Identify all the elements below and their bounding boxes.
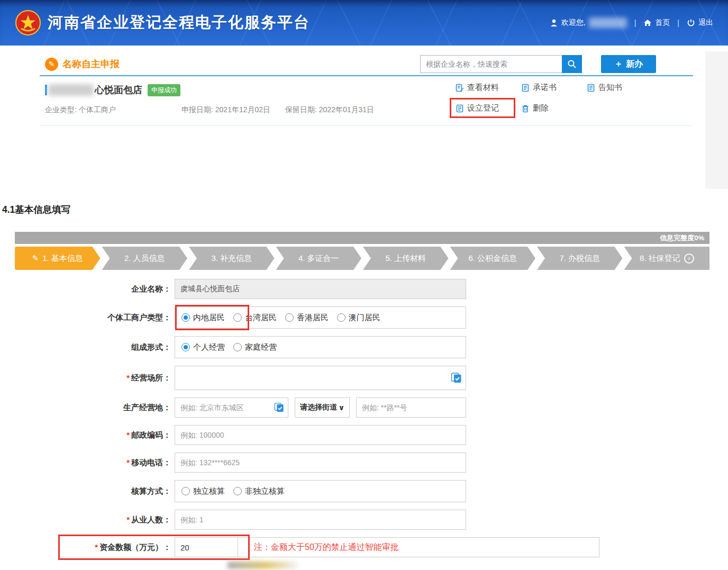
company-name-field	[175, 279, 466, 299]
required-asterisk: *	[126, 430, 130, 439]
username-redacted	[589, 17, 627, 28]
production-address-input[interactable]	[356, 397, 466, 418]
address-picker-icon[interactable]	[451, 373, 462, 384]
label-text: 组成形式：	[131, 342, 171, 351]
step-tab-basic-info[interactable]: ✎ 1. 基本信息	[15, 247, 101, 270]
radio-unselected-icon[interactable]	[233, 487, 242, 495]
radio-selected-icon[interactable]	[181, 343, 190, 351]
address-picker-icon[interactable]	[274, 403, 284, 413]
new-application-button[interactable]: ＋ 新办	[601, 55, 656, 73]
employees-label: *从业人数：	[0, 515, 175, 525]
radio-label: 台湾居民	[245, 313, 277, 323]
step-label: 6. 公积金信息	[468, 254, 517, 264]
label-text: 资金数额（万元）：	[99, 542, 171, 551]
delete-link[interactable]: 删除	[521, 103, 587, 113]
meta-label: 保留日期:	[285, 105, 319, 114]
radio-non-independent-accounting[interactable]: 非独立核算	[233, 486, 285, 496]
radio-hongkong-resident[interactable]: 香港居民	[285, 313, 329, 323]
street-select-value: 请选择街道	[300, 403, 337, 412]
search-icon	[567, 59, 577, 69]
document-icon	[587, 84, 595, 92]
new-button-label: 新办	[626, 59, 643, 70]
label-text: 生产经营地：	[123, 403, 171, 412]
welcome-area: 欢迎您,	[550, 17, 627, 28]
form-row-household-type: 个体工商户类型： 内地居民 台湾居民 香港居民 澳门居民	[0, 306, 728, 329]
form-row-capital: *资金数额（万元）： 注：金额大于50万的禁止通过智能审批	[0, 537, 728, 557]
label-text: 邮政编码：	[131, 430, 171, 439]
radio-unselected-icon[interactable]	[285, 313, 294, 322]
logout-link-label: 退出	[698, 18, 713, 28]
capital-note: 注：金额大于50万的禁止通过智能审批	[254, 542, 399, 553]
step-tab-multi-certificate[interactable]: 4. 多证合一	[276, 247, 362, 270]
household-type-label: 个体工商户类型：	[0, 313, 175, 323]
step-tab-housing-fund[interactable]: 6. 公积金信息	[450, 247, 536, 270]
meta-value: 2021年12月02日	[215, 105, 270, 114]
logout-link[interactable]: 退出	[687, 18, 713, 28]
meta-label: 申报日期:	[181, 105, 215, 114]
nav-divider: |	[634, 19, 636, 27]
step-label: 2. 人员信息	[124, 254, 165, 264]
radio-unselected-icon[interactable]	[181, 487, 190, 495]
label-text: 核算方式：	[131, 486, 171, 495]
radio-macau-resident[interactable]: 澳门居民	[337, 313, 380, 323]
step-label: 5. 上传材料	[385, 254, 426, 264]
step-label: 4. 多证合一	[298, 254, 339, 264]
step-label: 1. 基本信息	[42, 254, 83, 264]
status-badge: 申报成功	[148, 84, 180, 96]
radio-family-operation[interactable]: 家庭经营	[233, 342, 277, 352]
home-icon	[643, 19, 652, 27]
form-row-production-place: 生产经营地： 请选择街道 ∨	[0, 397, 728, 418]
step-label: 7. 办税信息	[559, 254, 600, 264]
step-tab-tax-info[interactable]: 7. 办税信息	[537, 247, 623, 270]
step-tab-upload-materials[interactable]: 5. 上传材料	[363, 247, 449, 270]
search-input[interactable]	[420, 55, 562, 73]
radio-independent-accounting[interactable]: 独立核算	[181, 486, 225, 496]
commitment-letter-label: 承诺书	[533, 83, 557, 93]
radio-selected-icon[interactable]	[181, 313, 190, 322]
pencil-glyph: ✎	[49, 60, 55, 68]
mobile-input[interactable]	[175, 453, 466, 473]
form-row-employees: *从业人数：	[0, 510, 728, 530]
step-tab-social-security[interactable]: 8. 社保登记 ›	[624, 247, 710, 270]
step-tab-supplementary-info[interactable]: 3. 补充信息	[189, 247, 275, 270]
step-tab-personnel-info[interactable]: 2. 人员信息	[102, 247, 188, 270]
plus-icon: ＋	[614, 59, 623, 70]
label-text: 移动电话：	[131, 458, 171, 467]
view-materials-link[interactable]: 查看材料	[456, 83, 521, 93]
search-button[interactable]	[562, 55, 582, 73]
capital-input[interactable]	[175, 537, 238, 557]
required-asterisk: *	[126, 515, 130, 524]
radio-unselected-icon[interactable]	[233, 343, 242, 351]
household-type-radio-group: 内地居民 台湾居民 香港居民 澳门居民	[175, 306, 466, 329]
meta-declare-date: 申报日期: 2021年12月02日	[181, 105, 285, 115]
radio-individual-operation[interactable]: 个人经营	[181, 342, 225, 352]
radio-taiwan-resident[interactable]: 台湾居民	[233, 313, 277, 323]
employees-input[interactable]	[175, 510, 466, 530]
company-name-label: 企业名称：	[0, 284, 175, 294]
mobile-label: *移动电话：	[0, 458, 175, 468]
commitment-letter-link[interactable]: 承诺书	[521, 83, 587, 93]
meta-label: 企业类型:	[45, 105, 79, 114]
postal-code-input[interactable]	[175, 425, 466, 445]
delete-label: 删除	[533, 103, 549, 113]
label-text: 企业名称：	[131, 284, 171, 293]
notice-letter-link[interactable]: 告知书	[587, 83, 661, 93]
radio-mainland-resident[interactable]: 内地居民	[181, 313, 225, 323]
street-select[interactable]: 请选择街道 ∨	[295, 397, 350, 418]
name-prefix-redacted	[48, 84, 94, 96]
radio-label: 家庭经营	[245, 342, 277, 352]
meta-entity-type: 企业类型: 个体工商户	[45, 105, 181, 115]
business-place-input[interactable]	[175, 366, 466, 390]
meta-reserve-date: 保留日期: 2022年01月31日	[285, 105, 374, 115]
label-text: 从业人数：	[131, 515, 171, 524]
registration-wizard: 信息完整度0% ✎ 1. 基本信息 2. 人员信息 3. 补充信息 4. 多证合…	[15, 232, 709, 270]
radio-unselected-icon[interactable]	[233, 313, 242, 322]
document-icon	[456, 104, 464, 113]
establish-registration-link[interactable]: 设立登记	[456, 103, 521, 113]
radio-unselected-icon[interactable]	[337, 313, 345, 322]
radio-label: 非独立核算	[245, 486, 285, 496]
home-link[interactable]: 首页	[643, 18, 670, 28]
doc-section-heading: 4.1基本信息填写	[2, 203, 70, 216]
production-city-input[interactable]	[175, 397, 288, 418]
circle-arrow-right-icon: ›	[684, 254, 694, 264]
